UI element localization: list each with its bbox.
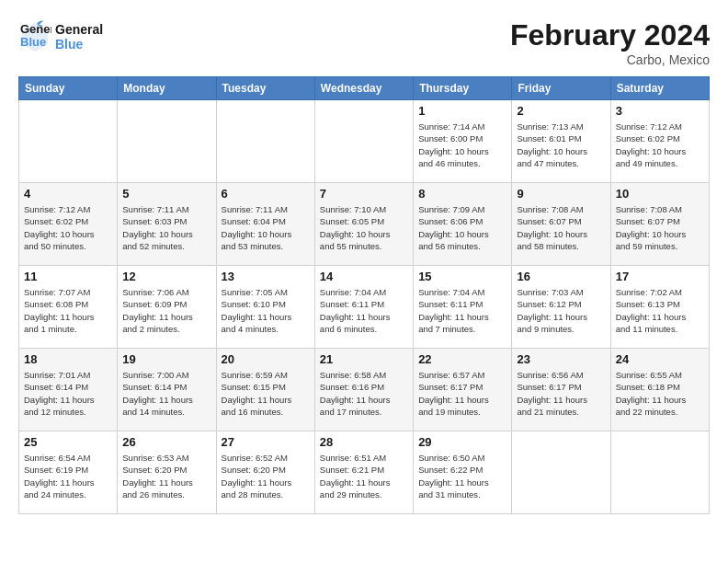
logo-blue: Blue	[55, 37, 103, 52]
calendar-cell: 16Sunrise: 7:03 AM Sunset: 6:12 PM Dayli…	[512, 266, 610, 349]
day-info: Sunrise: 7:08 AM Sunset: 6:07 PM Dayligh…	[616, 203, 704, 252]
calendar-cell: 8Sunrise: 7:09 AM Sunset: 6:06 PM Daylig…	[414, 183, 512, 266]
calendar-cell: 18Sunrise: 7:01 AM Sunset: 6:14 PM Dayli…	[19, 349, 118, 431]
day-info: Sunrise: 7:07 AM Sunset: 6:08 PM Dayligh…	[24, 286, 112, 335]
day-info: Sunrise: 7:03 AM Sunset: 6:12 PM Dayligh…	[517, 286, 605, 335]
day-info: Sunrise: 6:50 AM Sunset: 6:22 PM Dayligh…	[418, 452, 506, 500]
calendar-week-row: 1Sunrise: 7:14 AM Sunset: 6:00 PM Daylig…	[19, 100, 710, 183]
day-number: 28	[320, 435, 408, 449]
weekday-header: Tuesday	[216, 77, 314, 100]
day-number: 29	[418, 435, 506, 449]
calendar-cell	[19, 100, 118, 183]
calendar-cell: 20Sunrise: 6:59 AM Sunset: 6:15 PM Dayli…	[216, 349, 314, 431]
day-number: 18	[24, 352, 112, 366]
day-info: Sunrise: 6:56 AM Sunset: 6:17 PM Dayligh…	[517, 369, 605, 418]
calendar-cell: 22Sunrise: 6:57 AM Sunset: 6:17 PM Dayli…	[414, 349, 512, 431]
day-number: 23	[517, 352, 605, 366]
day-number: 13	[222, 270, 310, 283]
calendar-cell: 11Sunrise: 7:07 AM Sunset: 6:08 PM Dayli…	[19, 266, 118, 349]
calendar-week-row: 25Sunrise: 6:54 AM Sunset: 6:19 PM Dayli…	[19, 431, 710, 514]
title-block: February 2024 Carbo, Mexico	[510, 18, 710, 67]
day-number: 21	[320, 352, 408, 366]
day-number: 8	[418, 187, 506, 201]
day-info: Sunrise: 6:58 AM Sunset: 6:16 PM Dayligh…	[320, 369, 408, 418]
calendar-cell: 4Sunrise: 7:12 AM Sunset: 6:02 PM Daylig…	[19, 183, 118, 266]
calendar-cell: 23Sunrise: 6:56 AM Sunset: 6:17 PM Dayli…	[512, 349, 610, 431]
day-info: Sunrise: 7:05 AM Sunset: 6:10 PM Dayligh…	[222, 286, 310, 335]
weekday-header: Saturday	[610, 77, 709, 100]
day-number: 7	[320, 187, 408, 201]
calendar-week-row: 4Sunrise: 7:12 AM Sunset: 6:02 PM Daylig…	[19, 183, 710, 266]
weekday-header: Friday	[512, 77, 610, 100]
day-number: 17	[616, 270, 704, 283]
calendar-cell	[512, 431, 610, 514]
day-number: 19	[122, 352, 210, 366]
location: Carbo, Mexico	[510, 52, 710, 67]
day-info: Sunrise: 6:57 AM Sunset: 6:17 PM Dayligh…	[418, 369, 506, 418]
day-number: 14	[320, 270, 408, 283]
calendar-cell: 1Sunrise: 7:14 AM Sunset: 6:00 PM Daylig…	[414, 100, 512, 183]
logo-icon: General Blue	[18, 18, 51, 52]
day-info: Sunrise: 7:08 AM Sunset: 6:07 PM Dayligh…	[517, 203, 605, 252]
weekday-header: Monday	[118, 77, 216, 100]
calendar-cell: 5Sunrise: 7:11 AM Sunset: 6:03 PM Daylig…	[118, 183, 216, 266]
calendar-cell	[118, 100, 216, 183]
day-number: 5	[122, 187, 210, 201]
day-number: 1	[418, 104, 506, 118]
day-number: 12	[122, 270, 210, 283]
calendar-table: SundayMondayTuesdayWednesdayThursdayFrid…	[18, 76, 710, 514]
day-number: 15	[418, 270, 506, 283]
weekday-header: Sunday	[19, 77, 118, 100]
day-info: Sunrise: 7:09 AM Sunset: 6:06 PM Dayligh…	[418, 203, 506, 252]
day-number: 25	[24, 435, 112, 449]
calendar-cell: 3Sunrise: 7:12 AM Sunset: 6:02 PM Daylig…	[610, 100, 709, 183]
day-number: 22	[418, 352, 506, 366]
calendar-week-row: 18Sunrise: 7:01 AM Sunset: 6:14 PM Dayli…	[19, 349, 710, 431]
day-info: Sunrise: 7:11 AM Sunset: 6:04 PM Dayligh…	[222, 203, 310, 252]
calendar-cell: 27Sunrise: 6:52 AM Sunset: 6:20 PM Dayli…	[216, 431, 314, 514]
day-info: Sunrise: 7:04 AM Sunset: 6:11 PM Dayligh…	[320, 286, 408, 335]
day-info: Sunrise: 6:53 AM Sunset: 6:20 PM Dayligh…	[122, 452, 210, 500]
calendar-cell: 28Sunrise: 6:51 AM Sunset: 6:21 PM Dayli…	[314, 431, 413, 514]
day-info: Sunrise: 7:14 AM Sunset: 6:00 PM Dayligh…	[418, 121, 506, 169]
day-info: Sunrise: 7:12 AM Sunset: 6:02 PM Dayligh…	[24, 203, 112, 252]
month-title: February 2024	[510, 18, 710, 52]
weekday-header: Thursday	[414, 77, 512, 100]
day-info: Sunrise: 7:11 AM Sunset: 6:03 PM Dayligh…	[122, 203, 210, 252]
logo: General Blue General Blue	[18, 18, 103, 55]
calendar-cell: 12Sunrise: 7:06 AM Sunset: 6:09 PM Dayli…	[118, 266, 216, 349]
calendar-cell: 29Sunrise: 6:50 AM Sunset: 6:22 PM Dayli…	[414, 431, 512, 514]
day-info: Sunrise: 7:04 AM Sunset: 6:11 PM Dayligh…	[418, 286, 506, 335]
calendar-cell: 13Sunrise: 7:05 AM Sunset: 6:10 PM Dayli…	[216, 266, 314, 349]
day-number: 20	[222, 352, 310, 366]
calendar-cell: 6Sunrise: 7:11 AM Sunset: 6:04 PM Daylig…	[216, 183, 314, 266]
weekday-header: Wednesday	[314, 77, 413, 100]
calendar-cell	[314, 100, 413, 183]
day-info: Sunrise: 7:10 AM Sunset: 6:05 PM Dayligh…	[320, 203, 408, 252]
day-info: Sunrise: 6:52 AM Sunset: 6:20 PM Dayligh…	[222, 452, 310, 500]
day-number: 2	[517, 104, 605, 118]
day-number: 16	[517, 270, 605, 283]
logo-general: General	[55, 22, 103, 37]
day-info: Sunrise: 6:55 AM Sunset: 6:18 PM Dayligh…	[616, 369, 704, 418]
day-number: 3	[616, 104, 704, 118]
day-number: 26	[122, 435, 210, 449]
day-info: Sunrise: 7:12 AM Sunset: 6:02 PM Dayligh…	[616, 121, 704, 169]
calendar-week-row: 11Sunrise: 7:07 AM Sunset: 6:08 PM Dayli…	[19, 266, 710, 349]
svg-text:Blue: Blue	[20, 35, 46, 49]
calendar-cell: 17Sunrise: 7:02 AM Sunset: 6:13 PM Dayli…	[610, 266, 709, 349]
calendar-cell: 19Sunrise: 7:00 AM Sunset: 6:14 PM Dayli…	[118, 349, 216, 431]
day-number: 10	[616, 187, 704, 201]
day-number: 11	[24, 270, 112, 283]
calendar-cell: 15Sunrise: 7:04 AM Sunset: 6:11 PM Dayli…	[414, 266, 512, 349]
day-info: Sunrise: 6:51 AM Sunset: 6:21 PM Dayligh…	[320, 452, 408, 500]
day-info: Sunrise: 6:54 AM Sunset: 6:19 PM Dayligh…	[24, 452, 112, 500]
calendar-cell: 7Sunrise: 7:10 AM Sunset: 6:05 PM Daylig…	[314, 183, 413, 266]
day-info: Sunrise: 7:00 AM Sunset: 6:14 PM Dayligh…	[122, 369, 210, 418]
day-info: Sunrise: 7:06 AM Sunset: 6:09 PM Dayligh…	[122, 286, 210, 335]
calendar-header: SundayMondayTuesdayWednesdayThursdayFrid…	[19, 77, 710, 100]
day-number: 4	[24, 187, 112, 201]
calendar-cell: 14Sunrise: 7:04 AM Sunset: 6:11 PM Dayli…	[314, 266, 413, 349]
day-info: Sunrise: 7:01 AM Sunset: 6:14 PM Dayligh…	[24, 369, 112, 418]
page-header: General Blue General Blue February 2024 …	[18, 18, 710, 67]
